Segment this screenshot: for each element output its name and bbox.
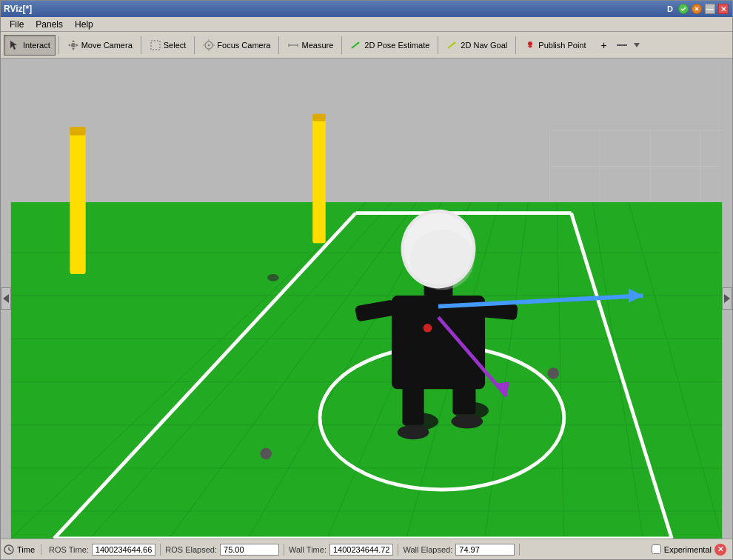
title-btn-green[interactable] <box>678 4 689 14</box>
ros-elapsed-value: 75.00 <box>220 544 279 556</box>
svg-rect-62 <box>312 114 325 121</box>
svg-point-76 <box>409 230 474 290</box>
toolbar-separator-1 <box>58 36 59 54</box>
move-icon <box>67 39 79 51</box>
toolbar-separator-3 <box>194 36 195 54</box>
toolbar-separator-2 <box>141 36 141 54</box>
right-panel-arrow[interactable] <box>722 287 732 310</box>
tool-2d-pose[interactable]: 2D Pose Estimate <box>345 35 435 56</box>
app-window: RViz[*] D — ✕ File Panels Help Interact <box>0 0 733 560</box>
title-btn-close[interactable]: ✕ <box>718 4 729 14</box>
svg-point-69 <box>451 414 483 428</box>
title-bar-controls: D — ✕ <box>667 4 729 14</box>
svg-marker-83 <box>724 294 730 303</box>
svg-marker-7 <box>76 44 78 47</box>
title-btn-orange[interactable] <box>692 4 702 14</box>
svg-marker-2 <box>10 41 17 50</box>
time-label: Time <box>17 545 35 554</box>
svg-marker-6 <box>68 44 70 47</box>
svg-point-66 <box>398 425 429 439</box>
clock-icon <box>4 544 14 555</box>
menu-bar: File Panels Help <box>1 17 732 32</box>
select-icon <box>150 39 161 51</box>
ros-time-field: ROS Time: 1400234644.66 <box>44 544 161 556</box>
tool-dropdown[interactable] <box>632 35 642 56</box>
tool-2d-nav[interactable]: 2D Nav Goal <box>441 35 512 56</box>
svg-rect-26 <box>11 59 722 216</box>
title-btn-minimize[interactable]: — <box>705 4 715 14</box>
menu-help[interactable]: Help <box>69 18 99 31</box>
svg-rect-61 <box>312 118 325 244</box>
svg-point-57 <box>260 448 272 460</box>
ros-time-label: ROS Time: <box>49 545 89 554</box>
svg-point-63 <box>267 274 279 281</box>
svg-point-22 <box>528 41 532 46</box>
toolbar-separator-4 <box>278 36 279 54</box>
ros-elapsed-field: ROS Elapsed: 75.00 <box>161 544 284 556</box>
left-panel-arrow[interactable] <box>1 287 11 310</box>
focus-icon <box>203 39 215 51</box>
tool-extra-remove[interactable] <box>614 35 630 56</box>
status-right: Experimental ✕ <box>652 544 729 556</box>
tool-publish-point[interactable]: Publish Point <box>519 35 591 56</box>
scene <box>1 59 732 539</box>
publish-icon <box>524 39 536 51</box>
experimental-checkbox[interactable] <box>652 544 661 554</box>
svg-marker-24 <box>634 43 640 47</box>
cursor-icon <box>9 39 21 51</box>
ros-time-value: 1400234644.66 <box>92 544 155 556</box>
wall-elapsed-label: Wall Elapsed: <box>403 545 452 554</box>
window-title: RViz[*] <box>4 4 32 14</box>
svg-point-77 <box>424 324 432 333</box>
svg-marker-5 <box>72 48 75 50</box>
wall-elapsed-value: 74.97 <box>455 544 515 556</box>
svg-point-58 <box>547 367 559 379</box>
time-section: Time <box>4 544 41 555</box>
tool-move-camera[interactable]: Move Camera <box>62 35 138 56</box>
measure-icon <box>287 39 299 51</box>
error-button[interactable]: ✕ <box>714 544 726 556</box>
ros-elapsed-label: ROS Elapsed: <box>165 545 217 554</box>
tool-interact[interactable]: Interact <box>4 35 56 56</box>
toolbar-separator-6 <box>438 36 438 54</box>
experimental-label: Experimental <box>664 545 712 554</box>
title-indicator: D <box>667 4 673 13</box>
nav-icon <box>446 39 458 51</box>
svg-line-86 <box>9 550 11 551</box>
tool-measure[interactable]: Measure <box>282 35 338 56</box>
menu-file[interactable]: File <box>4 18 30 31</box>
toolbar-separator-7 <box>515 36 516 54</box>
status-bar: Time ROS Time: 1400234644.66 ROS Elapsed… <box>1 539 732 559</box>
svg-rect-23 <box>617 44 627 46</box>
toolbar-separator-5 <box>341 36 342 54</box>
svg-marker-82 <box>3 294 9 303</box>
wall-elapsed-field: Wall Elapsed: 74.97 <box>398 544 520 556</box>
3d-viewport[interactable] <box>1 59 732 539</box>
tool-focus-camera[interactable]: Focus Camera <box>198 35 275 56</box>
tool-select[interactable]: Select <box>144 35 192 56</box>
wall-time-label: Wall Time: <box>289 545 327 554</box>
main-area <box>1 59 732 539</box>
svg-rect-8 <box>151 41 160 50</box>
wall-time-value: 1400234644.72 <box>329 544 393 556</box>
tool-extra-add[interactable]: + <box>596 35 612 56</box>
wall-time-field: Wall Time: 1400234644.72 <box>284 544 398 556</box>
menu-panels[interactable]: Panels <box>30 18 69 31</box>
svg-rect-70 <box>392 296 485 389</box>
title-bar: RViz[*] D — ✕ <box>1 1 732 17</box>
svg-rect-59 <box>70 130 85 274</box>
svg-point-3 <box>71 43 76 47</box>
svg-point-10 <box>208 44 210 46</box>
svg-marker-4 <box>72 40 75 42</box>
toolbar: Interact Move Camera Select <box>1 32 732 59</box>
pose-icon <box>350 39 362 51</box>
svg-rect-60 <box>70 127 85 136</box>
title-bar-left: RViz[*] <box>4 4 32 14</box>
